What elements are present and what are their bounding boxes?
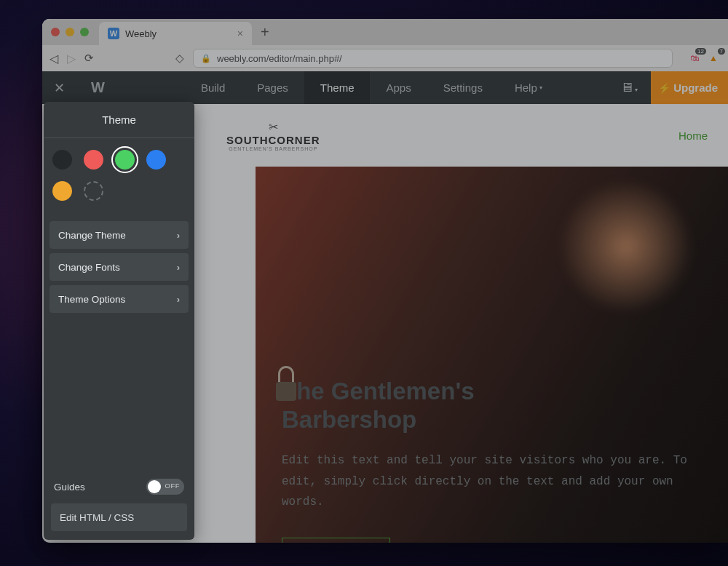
nav-theme-label: Theme bbox=[320, 81, 355, 94]
weebly-logo-icon[interactable]: W bbox=[91, 79, 105, 96]
change-theme-item[interactable]: Change Theme › bbox=[50, 221, 189, 249]
new-tab-button[interactable]: + bbox=[261, 24, 269, 45]
reload-button[interactable]: ⟳ bbox=[84, 52, 94, 65]
edit-css-label: Edit HTML / CSS bbox=[60, 512, 134, 523]
nav-home-label: Home bbox=[678, 129, 708, 142]
nav-home-link[interactable]: Home bbox=[678, 129, 708, 142]
theme-options-item[interactable]: Theme Options › bbox=[50, 285, 189, 313]
change-fonts-label: Change Fonts bbox=[58, 262, 120, 273]
url-text: weebly.com/editor/main.php#/ bbox=[217, 53, 342, 64]
scissors-icon: ✂ bbox=[269, 120, 278, 134]
chevron-right-icon: › bbox=[177, 230, 180, 241]
nav-pages-label: Pages bbox=[257, 81, 288, 94]
edit-html-css-button[interactable]: Edit HTML / CSS bbox=[51, 503, 187, 531]
guides-state-label: OFF bbox=[165, 482, 181, 490]
hero-title-line1: The Gentlemen's bbox=[282, 378, 475, 404]
swatch-green[interactable] bbox=[115, 150, 135, 170]
upgrade-label: Upgrade bbox=[673, 81, 718, 94]
bookmark-icon[interactable]: ◇ bbox=[175, 52, 184, 65]
bolt-icon: ⚡ bbox=[658, 82, 670, 94]
page-preview: ✂ SOUTHCORNER GENTLEMEN'S BARBERSHOP Hom… bbox=[206, 104, 728, 543]
favicon-icon: W bbox=[108, 28, 119, 39]
alert-badge-count: 7 bbox=[718, 48, 725, 55]
nav-theme[interactable]: Theme bbox=[304, 71, 371, 104]
close-tab-button[interactable]: × bbox=[237, 28, 243, 39]
browser-toolbar: ◁ ▷ ⟳ ◇ 🔒 weebly.com/editor/main.php#/ 🛍… bbox=[42, 45, 728, 71]
minimize-window-button[interactable] bbox=[66, 28, 74, 36]
nav-pages[interactable]: Pages bbox=[241, 71, 304, 104]
chevron-right-icon: › bbox=[177, 294, 180, 305]
brand-name: SOUTHCORNER bbox=[226, 134, 320, 146]
editor-nav: Build Pages Theme Apps Settings Help▾ bbox=[185, 71, 558, 104]
brand-tagline: GENTLEMEN'S BARBERSHOP bbox=[229, 146, 317, 151]
back-button[interactable]: ◁ bbox=[50, 52, 58, 65]
guides-label: Guides bbox=[54, 482, 85, 493]
lock-icon: 🔒 bbox=[201, 54, 211, 63]
theme-options-label: Theme Options bbox=[58, 294, 125, 305]
close-window-button[interactable] bbox=[51, 28, 60, 36]
swatch-custom[interactable] bbox=[84, 181, 103, 201]
guides-toggle[interactable]: OFF bbox=[146, 479, 184, 495]
see-our-shop-button[interactable]: See Our Shop bbox=[282, 538, 390, 543]
nav-build-label: Build bbox=[201, 81, 225, 94]
device-preview-button[interactable]: 🖥▾ bbox=[620, 80, 638, 95]
hero-section: The Gentlemen's Barbershop Edit this tex… bbox=[256, 167, 728, 543]
swatch-black[interactable] bbox=[52, 150, 72, 170]
cart-badge-count: 12 bbox=[695, 48, 706, 55]
hero-title-line2: Barbershop bbox=[282, 406, 416, 433]
nav-help-label: Help bbox=[515, 81, 537, 94]
hero-title[interactable]: The Gentlemen's Barbershop bbox=[282, 378, 702, 434]
close-icon[interactable]: ✕ bbox=[54, 80, 65, 96]
cart-extension-icon[interactable]: 🛍12 bbox=[687, 51, 702, 65]
nav-help[interactable]: Help▾ bbox=[499, 71, 558, 104]
zoom-window-button[interactable] bbox=[80, 28, 89, 36]
theme-panel: Theme Change Theme › Change Fonts › Them… bbox=[44, 102, 194, 540]
tab-title: Weebly bbox=[125, 28, 157, 39]
url-bar[interactable]: 🔒 weebly.com/editor/main.php#/ bbox=[193, 49, 673, 68]
site-header: ✂ SOUTHCORNER GENTLEMEN'S BARBERSHOP Hom… bbox=[206, 104, 728, 167]
panel-list: Change Theme › Change Fonts › Theme Opti… bbox=[50, 221, 189, 313]
color-swatches bbox=[44, 138, 194, 205]
upgrade-button[interactable]: ⚡Upgrade bbox=[651, 71, 728, 104]
nav-apps[interactable]: Apps bbox=[370, 71, 427, 104]
swatch-yellow[interactable] bbox=[52, 181, 72, 201]
hero-body-text[interactable]: Edit this text and tell your site visito… bbox=[282, 450, 702, 513]
padlock-icon bbox=[272, 364, 301, 401]
nav-build[interactable]: Build bbox=[185, 71, 241, 104]
swatch-red[interactable] bbox=[84, 150, 103, 170]
tab-strip: W Weebly × + bbox=[42, 19, 728, 45]
swatch-blue[interactable] bbox=[146, 150, 166, 170]
change-fonts-item[interactable]: Change Fonts › bbox=[50, 253, 189, 281]
editor-toolbar: ✕ W Build Pages Theme Apps Settings Help… bbox=[42, 71, 728, 104]
panel-title: Theme bbox=[44, 102, 194, 137]
nav-apps-label: Apps bbox=[386, 81, 411, 94]
guides-row: Guides OFF bbox=[51, 479, 187, 503]
forward-button[interactable]: ▷ bbox=[67, 52, 76, 65]
extension-badges: 🛍12 ▲7 bbox=[687, 51, 721, 65]
window-controls bbox=[51, 28, 89, 36]
nav-settings[interactable]: Settings bbox=[427, 71, 499, 104]
nav-settings-label: Settings bbox=[443, 81, 483, 94]
site-logo[interactable]: ✂ SOUTHCORNER GENTLEMEN'S BARBERSHOP bbox=[226, 120, 320, 151]
browser-tab[interactable]: W Weebly × bbox=[99, 22, 252, 45]
change-theme-label: Change Theme bbox=[58, 230, 126, 241]
chevron-right-icon: › bbox=[177, 262, 180, 273]
alert-extension-icon[interactable]: ▲7 bbox=[706, 51, 721, 65]
